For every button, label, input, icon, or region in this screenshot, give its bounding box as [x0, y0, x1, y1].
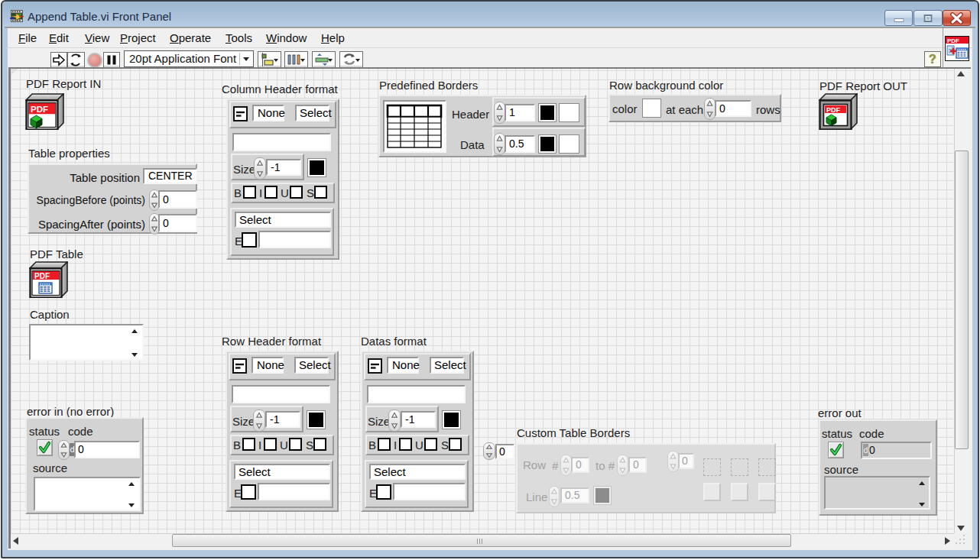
svg-text:PDF: PDF — [34, 272, 50, 280]
svg-text:PDF: PDF — [947, 37, 959, 44]
svg-text:PDF: PDF — [31, 105, 48, 114]
svg-text:PDF: PDF — [826, 106, 841, 114]
